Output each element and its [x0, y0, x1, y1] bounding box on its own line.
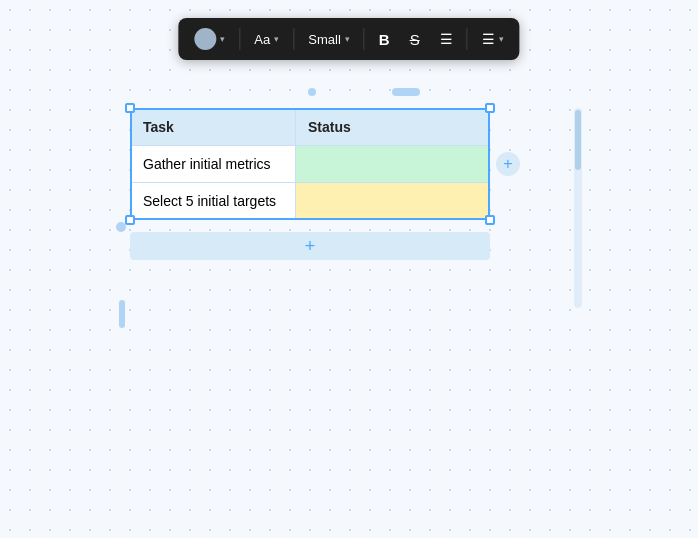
handle-bottom-right[interactable]: [485, 215, 495, 225]
table-row: Gather initial metrics: [131, 146, 490, 183]
handle-top-right[interactable]: [485, 103, 495, 113]
divider-2: [293, 28, 294, 50]
size-picker-button[interactable]: Small ▾: [300, 28, 358, 51]
menu-button[interactable]: ☰ ▾: [474, 27, 512, 51]
color-circle-icon: [194, 28, 216, 50]
divider-4: [467, 28, 468, 50]
handle-top-left[interactable]: [125, 103, 135, 113]
bold-label: B: [379, 31, 390, 48]
list-button[interactable]: ☰: [432, 27, 461, 51]
chevron-down-icon-3: ▾: [345, 34, 350, 44]
color-picker-button[interactable]: ▾: [186, 24, 233, 54]
bold-button[interactable]: B: [371, 27, 398, 52]
font-picker-button[interactable]: Aa ▾: [246, 28, 287, 51]
top-pill-1: [392, 88, 420, 96]
scroll-thumb: [575, 110, 581, 170]
scroll-track[interactable]: [574, 108, 582, 308]
font-label: Aa: [254, 32, 270, 47]
content-area: Task Status Gather initial metrics Selec…: [0, 80, 698, 538]
menu-icon: ☰: [482, 31, 495, 47]
chevron-down-icon-2: ▾: [274, 34, 279, 44]
toolbar: ▾ Aa ▾ Small ▾ B S ☰ ☰ ▾: [178, 18, 519, 60]
strikethrough-icon: S: [410, 31, 420, 48]
col-status-header: Status: [296, 109, 490, 146]
handle-bottom-left[interactable]: [125, 215, 135, 225]
status-cell-1[interactable]: [296, 146, 490, 183]
col-task-header: Task: [131, 109, 296, 146]
task-cell-2[interactable]: Select 5 initial targets: [131, 183, 296, 220]
chevron-down-icon: ▾: [220, 34, 225, 44]
add-column-button[interactable]: +: [496, 152, 520, 176]
table-row: Select 5 initial targets: [131, 183, 490, 220]
add-row-button[interactable]: +: [130, 232, 490, 260]
strikethrough-button[interactable]: S: [402, 27, 428, 52]
side-bar-1: [119, 300, 125, 328]
list-icon: ☰: [440, 31, 453, 47]
table-container: Task Status Gather initial metrics Selec…: [130, 108, 490, 220]
data-table: Task Status Gather initial metrics Selec…: [130, 108, 490, 220]
task-cell-1[interactable]: Gather initial metrics: [131, 146, 296, 183]
table-header-row: Task Status: [131, 109, 490, 146]
size-label: Small: [308, 32, 341, 47]
top-dot-1: [308, 88, 316, 96]
divider-1: [239, 28, 240, 50]
chevron-down-icon-4: ▾: [499, 34, 504, 44]
divider-3: [364, 28, 365, 50]
status-cell-2[interactable]: [296, 183, 490, 220]
